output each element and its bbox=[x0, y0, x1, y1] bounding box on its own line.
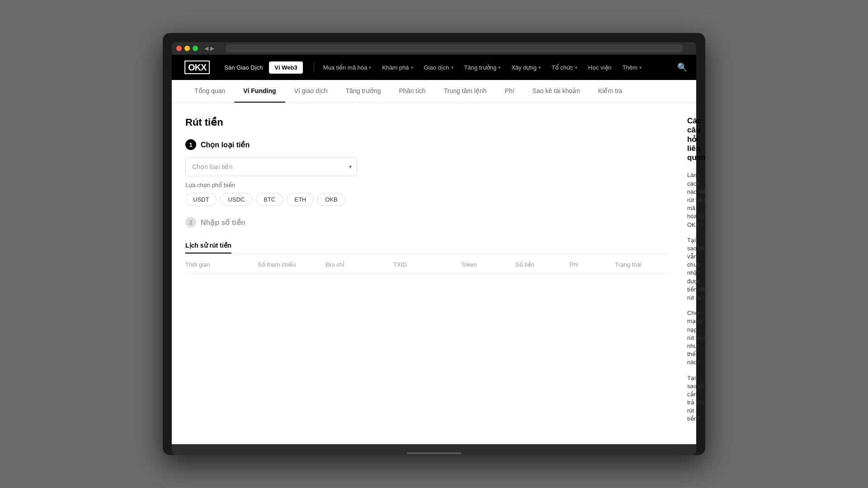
usdc-chip[interactable]: USDC bbox=[220, 193, 252, 206]
step1-section: 1 Chọn loại tiền Chọn loại tiền ▾ Lựa ch… bbox=[185, 139, 669, 206]
bottom-bar bbox=[172, 444, 696, 455]
trung-tam-lenh-tab[interactable]: Trung tâm lệnh bbox=[435, 80, 496, 103]
them-menu[interactable]: Thêm ▾ bbox=[617, 61, 647, 74]
close-dot[interactable] bbox=[176, 46, 182, 51]
history-tab[interactable]: Lịch sử rút tiền bbox=[185, 242, 231, 253]
step2-header: 2 Nhập số tiền bbox=[185, 217, 669, 228]
col-address: Địa chỉ bbox=[326, 261, 393, 268]
history-section: Lịch sử rút tiền Thời gian Số tham chiếu… bbox=[185, 241, 669, 274]
titlebar-nav: ◀ ▶ bbox=[204, 45, 214, 52]
nav-tabs: Sàn Giao Dịch Ví Web3 bbox=[219, 61, 302, 74]
okb-chip[interactable]: OKB bbox=[317, 193, 345, 206]
san-giao-dich-tab[interactable]: Sàn Giao Dịch bbox=[219, 61, 268, 74]
step1-title: Chọn loại tiền bbox=[201, 141, 250, 149]
step2-title: Nhập số tiền bbox=[201, 218, 245, 227]
step1-number: 1 bbox=[185, 139, 196, 150]
chevron-down-icon: ▾ bbox=[411, 65, 413, 70]
chevron-down-icon: ▾ bbox=[498, 65, 500, 70]
tang-truong-menu[interactable]: Tăng trưởng ▾ bbox=[459, 61, 506, 74]
col-fee: Phí bbox=[570, 261, 615, 268]
faq-item-4[interactable]: Tại sao tôi cần trả phí rút tiền? bbox=[687, 374, 706, 423]
currency-chips: USDT USDC BTC ETH OKB bbox=[185, 193, 669, 206]
vi-funding-tab[interactable]: Ví Funding bbox=[234, 80, 285, 103]
laptop-frame: ◀ ▶ OKX Sàn Giao Dịch Ví Web3 Mua tiền m… bbox=[163, 33, 705, 455]
col-txid: TXID bbox=[393, 261, 461, 268]
step2-number: 2 bbox=[185, 217, 196, 228]
back-icon[interactable]: ◀ bbox=[204, 45, 208, 52]
col-amount: Số tiền bbox=[515, 261, 570, 268]
chevron-down-icon: ▾ bbox=[538, 65, 541, 70]
search-icon[interactable]: 🔍 bbox=[677, 62, 687, 72]
chevron-down-icon: ▾ bbox=[639, 65, 642, 70]
col-token: Token bbox=[461, 261, 515, 268]
currency-select[interactable]: Chọn loại tiền bbox=[185, 157, 357, 176]
giao-dich-menu[interactable]: Giao dịch ▾ bbox=[419, 61, 459, 74]
maximize-dot[interactable] bbox=[193, 46, 198, 51]
main-content: Rút tiền 1 Chọn loại tiền Chọn loại tiền… bbox=[172, 103, 696, 444]
kham-pha-menu[interactable]: Khám phá ▾ bbox=[377, 61, 418, 74]
left-panel: Rút tiền 1 Chọn loại tiền Chọn loại tiền… bbox=[185, 117, 669, 430]
popular-label: Lựa chọn phổ biến bbox=[185, 182, 669, 188]
to-chuc-menu[interactable]: Tổ chức ▾ bbox=[546, 61, 583, 74]
chevron-down-icon: ▾ bbox=[451, 65, 453, 70]
chevron-down-icon: ▾ bbox=[369, 65, 371, 70]
currency-select-wrapper: Chọn loại tiền ▾ bbox=[185, 157, 357, 176]
tang-truong-tab[interactable]: Tăng trưởng bbox=[337, 80, 390, 103]
col-reference: Số tham chiếu bbox=[258, 261, 326, 268]
logo-text: OKX bbox=[184, 61, 210, 74]
address-bar[interactable] bbox=[226, 44, 683, 52]
table-header: Thời gian Số tham chiếu Địa chỉ TXID Tok… bbox=[185, 254, 669, 274]
sao-ke-tab[interactable]: Sao kê tài khoản bbox=[524, 80, 590, 103]
faq-item-2[interactable]: Tại sao tôi vẫn chưa nhận được tiền đã r… bbox=[687, 236, 706, 302]
step1-header: 1 Chọn loại tiền bbox=[185, 139, 669, 150]
phan-tich-tab[interactable]: Phân tích bbox=[390, 80, 435, 103]
xay-dung-menu[interactable]: Xây dựng ▾ bbox=[506, 61, 546, 74]
right-panel: Các câu hỏi liên quan Làm cách nào để rú… bbox=[687, 117, 706, 430]
top-navigation: OKX Sàn Giao Dịch Ví Web3 Mua tiền mã hó… bbox=[172, 55, 696, 80]
nav-divider bbox=[314, 62, 314, 73]
usdt-chip[interactable]: USDT bbox=[185, 193, 217, 206]
page-title: Rút tiền bbox=[185, 117, 669, 128]
col-status: Trạng thái bbox=[615, 261, 669, 268]
minimize-dot[interactable] bbox=[184, 46, 190, 51]
vi-giao-dich-tab[interactable]: Ví giao dịch bbox=[285, 80, 337, 103]
bottom-notch bbox=[407, 452, 461, 454]
vi-web3-tab[interactable]: Ví Web3 bbox=[269, 61, 302, 74]
faq-item-3[interactable]: Chọn mạng nạp / rút tiền như thế nào? bbox=[687, 309, 706, 366]
col-time: Thời gian bbox=[185, 261, 258, 268]
faq-item-1[interactable]: Làm cách nào để rút tiền mã hóa từ OKX? bbox=[687, 171, 706, 229]
kiem-tra-tab[interactable]: Kiểm tra bbox=[589, 80, 631, 103]
phi-tab[interactable]: Phí bbox=[496, 80, 524, 103]
tong-quan-tab[interactable]: Tổng quan bbox=[185, 80, 234, 103]
nav-menu: Mua tiền mã hóa ▾ Khám phá ▾ Giao dịch ▾… bbox=[318, 61, 677, 74]
titlebar: ◀ ▶ bbox=[172, 42, 696, 55]
forward-icon[interactable]: ▶ bbox=[210, 45, 214, 52]
chevron-down-icon: ▾ bbox=[575, 65, 577, 70]
eth-chip[interactable]: ETH bbox=[287, 193, 314, 206]
mua-tien-menu[interactable]: Mua tiền mã hóa ▾ bbox=[318, 61, 377, 74]
faq-title: Các câu hỏi liên quan bbox=[687, 117, 706, 162]
hoc-vien-menu[interactable]: Học viện bbox=[583, 61, 617, 74]
okx-logo[interactable]: OKX bbox=[181, 61, 213, 75]
step2-section: 2 Nhập số tiền bbox=[185, 217, 669, 228]
btc-chip[interactable]: BTC bbox=[256, 193, 283, 206]
secondary-navigation: Tổng quan Ví Funding Ví giao dịch Tăng t… bbox=[172, 80, 696, 103]
browser-screen: OKX Sàn Giao Dịch Ví Web3 Mua tiền mã hó… bbox=[172, 55, 696, 444]
